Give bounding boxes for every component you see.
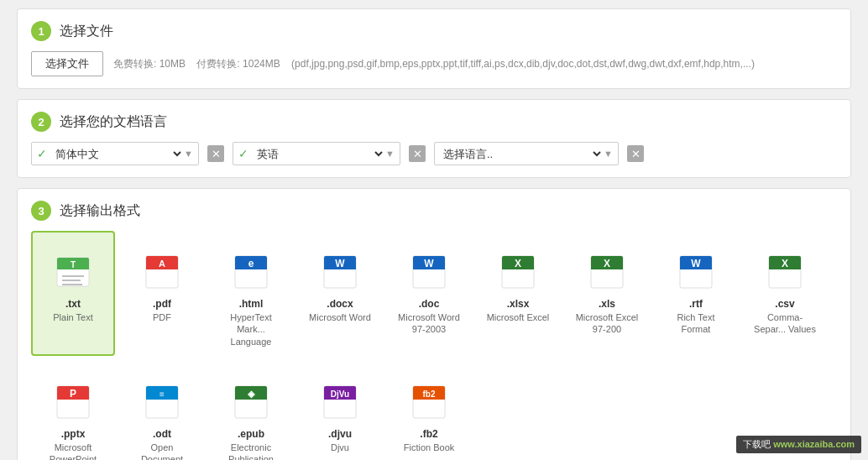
svg-text:A: A (159, 259, 165, 269)
format-icon-pdf: A (139, 241, 185, 295)
format-ext-docx: .docx (327, 298, 353, 310)
section-1-header: 1 选择文件 (31, 21, 837, 41)
format-icon-xlsx: X (495, 241, 541, 295)
svg-text:e: e (248, 258, 254, 269)
format-item-pdf[interactable]: A.pdfPDF (120, 231, 204, 356)
lang-select-1-wrapper: ✓ 简体中文 ▼ (31, 142, 199, 165)
format-desc-pptx: Microsoft PowerPoint (39, 442, 107, 460)
format-desc-txt: Plain Text (53, 311, 93, 323)
section-2-title: 选择您的文档语言 (60, 113, 167, 131)
language-row: ✓ 简体中文 ▼ ✕ ✓ 英语 ▼ ✕ 选择语言.. ▼ (31, 142, 837, 165)
lang-select-1[interactable]: 简体中文 (52, 147, 184, 161)
lang-3-remove-button[interactable]: ✕ (627, 145, 644, 162)
section-1-title: 选择文件 (60, 23, 113, 40)
lang-2-dropdown-arrow: ▼ (385, 149, 395, 159)
format-ext-html: .html (239, 298, 264, 310)
format-ext-epub: .epub (238, 428, 264, 440)
format-desc-rtf: Rich Text Format (662, 311, 729, 336)
format-item-xls[interactable]: X.xlsMicrosoft Excel 97-200 (565, 231, 649, 356)
format-icon-fb2: fb2 (406, 371, 452, 425)
format-ext-odt: .odt (153, 428, 171, 440)
lang-2-check: ✓ (238, 147, 248, 160)
lang-2-remove-button[interactable]: ✕ (409, 145, 426, 162)
format-desc-djvu: Djvu (331, 442, 349, 453)
format-item-epub[interactable]: ◈.epubElectronic Publication (209, 361, 293, 460)
format-icon-rtf: W (673, 241, 719, 295)
format-grid: T .txtPlain Text A.pdfPDF e.htmlHyperTex… (31, 231, 837, 460)
format-ext-xls: .xls (599, 298, 615, 310)
svg-text:DjVu: DjVu (331, 389, 349, 399)
svg-text:◈: ◈ (247, 389, 255, 399)
section-3-title: 选择输出格式 (60, 202, 140, 220)
svg-text:P: P (70, 388, 76, 400)
section-2: 2 选择您的文档语言 ✓ 简体中文 ▼ ✕ ✓ 英语 ▼ ✕ (17, 99, 851, 178)
format-ext-pptx: .pptx (61, 428, 86, 440)
format-icon-xls: X (584, 241, 630, 295)
format-desc-epub: Electronic Publication (217, 442, 285, 460)
lang-select-3-wrapper: 选择语言.. ▼ (434, 142, 619, 165)
format-icon-odt: ≡ (139, 371, 185, 425)
section-3: 3 选择输出格式 T .txtPlain Text A.pdfPDF e.htm… (17, 188, 851, 460)
format-desc-doc: Microsoft Word 97-2003 (395, 311, 463, 336)
select-file-button[interactable]: 选择文件 (31, 51, 103, 76)
svg-text:≡: ≡ (159, 389, 165, 399)
svg-text:W: W (424, 258, 434, 269)
file-select-row: 选择文件 免费转换: 10MB 付费转换: 1024MB (pdf,jpg,pn… (31, 51, 837, 76)
free-convert-text: 免费转换: 10MB 付费转换: 1024MB (pdf,jpg,png,psd… (113, 57, 755, 71)
format-item-html[interactable]: e.htmlHyperText Mark... Language (209, 231, 293, 356)
svg-text:W: W (691, 258, 701, 269)
format-desc-xlsx: Microsoft Excel (487, 311, 550, 323)
format-desc-csv: Comma-Separ... Values (751, 311, 818, 336)
format-icon-djvu: DjVu (317, 371, 363, 425)
format-desc-html: HyperText Mark... Language (217, 311, 285, 348)
format-item-csv[interactable]: X.csvComma-Separ... Values (743, 231, 827, 356)
format-desc-fb2: Fiction Book (404, 442, 455, 453)
format-icon-doc: W (406, 241, 452, 295)
format-icon-docx: W (317, 241, 363, 295)
format-desc-pdf: PDF (153, 311, 171, 323)
format-item-fb2[interactable]: fb2.fb2Fiction Book (387, 361, 471, 460)
format-item-doc[interactable]: W.docMicrosoft Word 97-2003 (387, 231, 471, 356)
format-item-txt[interactable]: T .txtPlain Text (31, 231, 115, 356)
watermark: 下载吧 www.xiazaiba.com (736, 436, 861, 453)
format-icon-csv: X (762, 241, 808, 295)
format-desc-xls: Microsoft Excel 97-200 (573, 311, 641, 336)
lang-1-dropdown-arrow: ▼ (184, 149, 193, 159)
format-item-xlsx[interactable]: X.xlsxMicrosoft Excel (476, 231, 560, 356)
format-icon-epub: ◈ (228, 371, 274, 425)
svg-text:W: W (335, 258, 345, 269)
lang-select-2[interactable]: 英语 (254, 147, 385, 161)
format-ext-fb2: .fb2 (420, 428, 437, 440)
format-ext-csv: .csv (775, 298, 794, 310)
lang-1-remove-button[interactable]: ✕ (207, 145, 224, 162)
format-desc-docx: Microsoft Word (309, 311, 371, 323)
svg-text:X: X (515, 258, 521, 269)
lang-select-2-wrapper: ✓ 英语 ▼ (233, 142, 400, 165)
format-icon-pptx: P (50, 371, 96, 425)
svg-text:X: X (782, 258, 788, 269)
format-ext-rtf: .rtf (689, 298, 703, 310)
lang-1-check: ✓ (37, 147, 47, 160)
format-icon-html: e (228, 241, 274, 295)
svg-text:fb2: fb2 (423, 389, 436, 399)
format-ext-pdf: .pdf (153, 298, 171, 310)
lang-select-3[interactable]: 选择语言.. (440, 147, 604, 161)
format-item-docx[interactable]: W.docxMicrosoft Word (298, 231, 382, 356)
step-2-circle: 2 (31, 112, 51, 132)
format-ext-doc: .doc (419, 298, 440, 310)
format-desc-odt: Open Document (128, 442, 196, 460)
step-1-circle: 1 (31, 21, 51, 41)
step-3-circle: 3 (31, 201, 51, 221)
lang-3-dropdown-arrow: ▼ (604, 149, 613, 159)
section-3-header: 3 选择输出格式 (31, 201, 837, 221)
svg-text:T: T (71, 260, 76, 269)
format-item-odt[interactable]: ≡.odtOpen Document (120, 361, 204, 460)
format-icon-txt: T (50, 241, 96, 295)
format-ext-xlsx: .xlsx (507, 298, 530, 310)
format-ext-txt: .txt (65, 298, 81, 310)
format-item-rtf[interactable]: W.rtfRich Text Format (654, 231, 738, 356)
format-item-pptx[interactable]: P.pptxMicrosoft PowerPoint (31, 361, 115, 460)
format-item-djvu[interactable]: DjVu.djvuDjvu (298, 361, 382, 460)
section-1: 1 选择文件 选择文件 免费转换: 10MB 付费转换: 1024MB (pdf… (17, 8, 851, 89)
section-2-header: 2 选择您的文档语言 (31, 112, 837, 132)
